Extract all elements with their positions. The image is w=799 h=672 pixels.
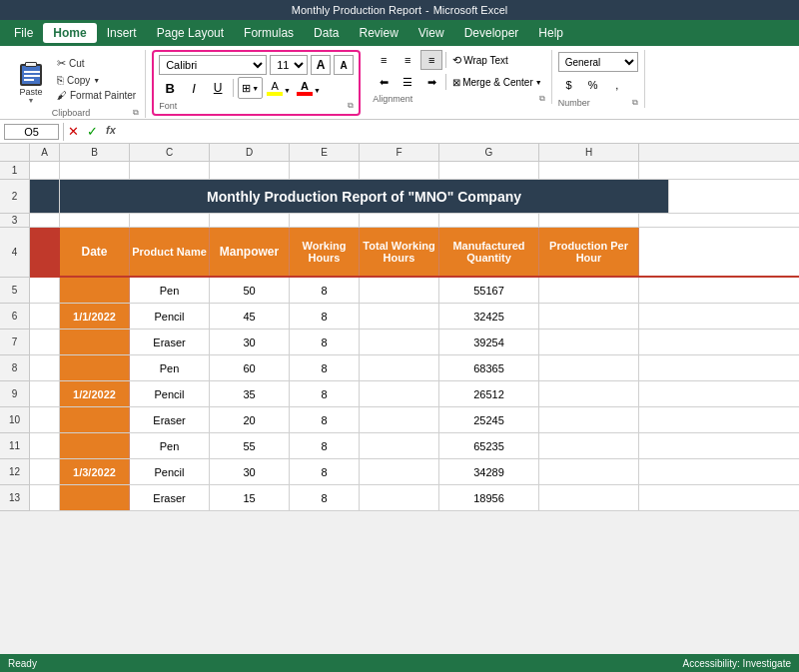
align-right-button[interactable]: ➡ (420, 72, 442, 92)
cell-manpower-9[interactable]: 35 (210, 381, 290, 406)
cell-pph-10[interactable] (539, 407, 639, 432)
menu-item-view[interactable]: View (408, 23, 454, 43)
bold-button[interactable]: B (159, 77, 181, 99)
cell-mfg-13[interactable]: 18956 (439, 485, 539, 510)
header-manufactured-quantity[interactable]: Manufactured Quantity (439, 228, 539, 276)
wrap-text-button[interactable]: ⟲ Wrap Text (449, 52, 511, 69)
cell-totalwh-11[interactable] (360, 433, 439, 458)
col-header-f[interactable]: F (360, 144, 439, 161)
header-manpower[interactable]: Manpower (210, 228, 290, 276)
cell-reference-box[interactable]: O5 (4, 124, 59, 140)
cell-mfg-6[interactable]: 32425 (439, 304, 539, 329)
header-date[interactable]: Date (60, 228, 130, 276)
header-total-working-hours[interactable]: Total Working Hours (360, 228, 439, 276)
cell-workhours-10[interactable]: 8 (290, 407, 360, 432)
row-header-8[interactable]: 8 (0, 355, 29, 381)
cell-workhours-12[interactable]: 8 (290, 459, 360, 484)
row-header-1[interactable]: 1 (0, 162, 29, 180)
row-header-5[interactable]: 5 (0, 278, 29, 304)
menu-item-home[interactable]: Home (43, 23, 96, 43)
cell-date-9[interactable]: 1/2/2022 (60, 381, 130, 406)
row-header-13[interactable]: 13 (0, 485, 29, 511)
col-header-b[interactable]: B (60, 144, 130, 161)
cut-button[interactable]: ✂ Cut (54, 56, 139, 71)
clipboard-expand-icon[interactable]: ⧉ (133, 108, 139, 118)
row-header-4[interactable]: 4 (0, 228, 29, 278)
cell-workhours-6[interactable]: 8 (290, 304, 360, 329)
header-production-per-hour[interactable]: Production Per Hour (539, 228, 639, 276)
align-top-right-button[interactable]: ≡ (420, 50, 442, 70)
menu-item-insert[interactable]: Insert (97, 23, 147, 43)
cell-totalwh-12[interactable] (360, 459, 439, 484)
cell-manpower-8[interactable]: 60 (210, 355, 290, 380)
cell-a7[interactable] (30, 330, 60, 354)
borders-button[interactable]: ⊞ ▼ (238, 77, 263, 99)
cell-h1[interactable] (539, 162, 639, 179)
cell-mfg-8[interactable]: 68365 (439, 355, 539, 380)
cell-totalwh-7[interactable] (360, 330, 439, 354)
row-header-3[interactable]: 3 (0, 214, 29, 228)
cell-date-5[interactable] (60, 278, 130, 303)
font-size-select[interactable]: 11 (270, 55, 308, 75)
cell-pph-9[interactable] (539, 381, 639, 406)
cell-manpower-11[interactable]: 55 (210, 433, 290, 458)
cell-product-11[interactable]: Pen (130, 433, 210, 458)
col-header-a[interactable]: A (30, 144, 60, 161)
header-product-name[interactable]: Product Name (130, 228, 210, 276)
cell-a8[interactable] (30, 355, 60, 380)
cell-date-13[interactable] (60, 485, 130, 510)
row-header-6[interactable]: 6 (0, 304, 29, 330)
menu-item-review[interactable]: Review (349, 23, 407, 43)
cell-product-9[interactable]: Pencil (130, 381, 210, 406)
row-header-12[interactable]: 12 (0, 459, 29, 485)
cell-totalwh-8[interactable] (360, 355, 439, 380)
cell-a11[interactable] (30, 433, 60, 458)
cell-a5[interactable] (30, 278, 60, 303)
cell-a2[interactable] (30, 180, 60, 213)
cell-b1[interactable] (60, 162, 130, 179)
percent-button[interactable]: % (582, 75, 604, 95)
cell-manpower-6[interactable]: 45 (210, 304, 290, 329)
row-header-2[interactable]: 2 (0, 180, 29, 214)
cell-d1[interactable] (210, 162, 290, 179)
cell-totalwh-10[interactable] (360, 407, 439, 432)
number-expand-icon[interactable]: ⧉ (632, 98, 638, 108)
cell-workhours-5[interactable]: 8 (290, 278, 360, 303)
cell-g1[interactable] (439, 162, 539, 179)
copy-button[interactable]: ⎘ Copy ▼ (54, 73, 139, 87)
number-format-select[interactable]: General (558, 52, 638, 72)
cell-c1[interactable] (130, 162, 210, 179)
cell-product-6[interactable]: Pencil (130, 304, 210, 329)
menu-item-page-layout[interactable]: Page Layout (147, 23, 234, 43)
cell-pph-5[interactable] (539, 278, 639, 303)
cell-workhours-11[interactable]: 8 (290, 433, 360, 458)
cell-date-10[interactable] (60, 407, 130, 432)
cell-mfg-9[interactable]: 26512 (439, 381, 539, 406)
cell-totalwh-5[interactable] (360, 278, 439, 303)
align-expand-icon[interactable]: ⧉ (539, 94, 545, 104)
col-header-g[interactable]: G (439, 144, 539, 161)
cell-manpower-7[interactable]: 30 (210, 330, 290, 354)
cell-manpower-13[interactable]: 15 (210, 485, 290, 510)
insert-function-icon[interactable]: fx (106, 124, 116, 139)
cell-mfg-11[interactable]: 65235 (439, 433, 539, 458)
font-name-select[interactable]: Calibri (159, 55, 267, 75)
cell-a3[interactable] (30, 214, 60, 227)
cell-pph-8[interactable] (539, 355, 639, 380)
italic-button[interactable]: I (183, 77, 205, 99)
cell-workhours-9[interactable]: 8 (290, 381, 360, 406)
row-header-9[interactable]: 9 (0, 381, 29, 407)
currency-button[interactable]: $ (558, 75, 580, 95)
cell-manpower-10[interactable]: 20 (210, 407, 290, 432)
confirm-formula-icon[interactable]: ✓ (87, 124, 98, 139)
cell-product-8[interactable]: Pen (130, 355, 210, 380)
cell-product-7[interactable]: Eraser (130, 330, 210, 354)
cell-date-7[interactable] (60, 330, 130, 354)
col-header-h[interactable]: H (539, 144, 639, 161)
cancel-formula-icon[interactable]: ✕ (68, 124, 79, 139)
menu-item-developer[interactable]: Developer (454, 23, 529, 43)
font-color-button[interactable]: A ▼ (295, 80, 323, 96)
cell-pph-12[interactable] (539, 459, 639, 484)
cell-a10[interactable] (30, 407, 60, 432)
row-header-7[interactable]: 7 (0, 330, 29, 355)
